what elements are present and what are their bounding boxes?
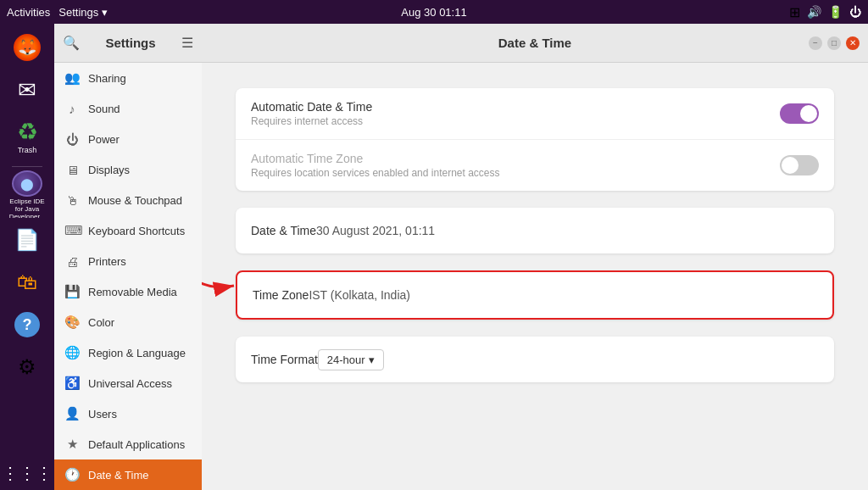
sound-tray-icon[interactable]: 🔊	[807, 5, 821, 19]
hamburger-button[interactable]: ☰	[181, 35, 193, 51]
time-format-value: 24-hour	[327, 354, 365, 366]
power-icon: ⏻	[64, 132, 80, 147]
mail-icon: ✉	[18, 79, 36, 101]
taskbar-app-mail[interactable]: ✉	[7, 70, 47, 110]
time-format-dropdown[interactable]: 24-hour ▾	[318, 349, 384, 370]
date-time-display-label: Date & Time	[251, 224, 316, 237]
taskbar-app-grid[interactable]: ⋮⋮⋮	[2, 463, 53, 483]
sidebar-label-default-applications: Default Applications	[88, 438, 185, 451]
auto-timezone-toggle[interactable]	[780, 155, 819, 175]
activities-button[interactable]: Activities	[7, 6, 50, 19]
documents-icon: 📄	[14, 228, 40, 252]
settings-content: Automatic Date & Time Requires internet …	[202, 63, 868, 490]
time-format-label: Time Format	[251, 353, 318, 366]
sidebar-label-displays: Displays	[88, 164, 130, 176]
maximize-button[interactable]: □	[827, 36, 841, 50]
time-format-dropdown-button[interactable]: 24-hour ▾	[318, 349, 384, 370]
sidebar-label-date-time: Date & Time	[88, 469, 149, 482]
topbar-right: ⊞ 🔊 🔋 ⏻	[789, 4, 861, 20]
settings-nav: 👥 Sharing ♪ Sound ⏻ Power 🖥 Displays 🖱 M…	[54, 63, 202, 490]
auto-timezone-sublabel: Requires location services enabled and i…	[251, 167, 780, 179]
settings-sidebar: 🔍 Settings ☰ 👥 Sharing ♪ Sound ⏻ Power 🖥…	[54, 24, 202, 490]
date-time-display-row: Date & Time 30 August 2021, 01:11	[236, 208, 834, 253]
timezone-value: IST (Kolkata, India)	[309, 288, 410, 302]
auto-settings-card: Automatic Date & Time Requires internet …	[236, 88, 834, 191]
timezone-card: Time Zone IST (Kolkata, India)	[236, 270, 834, 320]
power-tray-icon[interactable]: ⏻	[849, 5, 861, 19]
sidebar-item-mouse-touchpad[interactable]: 🖱 Mouse & Touchpad	[54, 185, 202, 215]
auto-date-time-row: Automatic Date & Time Requires internet …	[236, 88, 834, 140]
sidebar-item-date-time[interactable]: 🕐 Date & Time	[54, 459, 202, 490]
taskbar-app-firefox[interactable]: 🦊	[7, 27, 47, 68]
battery-tray-icon[interactable]: 🔋	[828, 5, 843, 19]
sidebar-item-color[interactable]: 🎨 Color	[54, 307, 202, 337]
displays-icon: 🖥	[64, 163, 80, 177]
timezone-row: Time Zone IST (Kolkata, India)	[237, 272, 832, 318]
window-title: Date & Time	[498, 36, 571, 50]
sidebar-label-removable-media: Removable Media	[88, 286, 177, 298]
help-icon: ?	[14, 312, 40, 337]
window-titlebar: Date & Time − □ ✕	[202, 24, 868, 63]
close-button[interactable]: ✕	[846, 36, 860, 50]
settings-header: 🔍 Settings ☰	[54, 24, 202, 63]
sidebar-item-default-applications[interactable]: ★ Default Applications	[54, 429, 202, 459]
search-button[interactable]: 🔍	[63, 35, 80, 51]
removable-media-icon: 💾	[64, 284, 80, 299]
sidebar-item-removable-media[interactable]: 💾 Removable Media	[54, 276, 202, 307]
app-grid-icon: ⋮⋮⋮	[2, 464, 53, 482]
main-area: 🦊 ✉ ♻ Trash ⬤ Eclipse IDE for Java Devel…	[0, 24, 868, 490]
sidebar-label-sound: Sound	[88, 103, 120, 115]
taskbar-app-settings[interactable]: ⚙	[7, 347, 47, 387]
sidebar-label-universal-access: Universal Access	[88, 377, 172, 390]
sidebar-label-keyboard-shortcuts: Keyboard Shortcuts	[88, 225, 185, 237]
sidebar-item-keyboard-shortcuts[interactable]: ⌨ Keyboard Shortcuts	[54, 215, 202, 246]
taskbar-app-trash[interactable]: ♻ Trash	[7, 112, 47, 163]
settings-panel-title: Settings	[86, 36, 175, 50]
sidebar-item-displays[interactable]: 🖥 Displays	[54, 154, 202, 185]
printers-icon: 🖨	[64, 254, 80, 269]
appstore-icon: 🛍	[17, 270, 37, 294]
taskbar: 🦊 ✉ ♻ Trash ⬤ Eclipse IDE for Java Devel…	[0, 24, 54, 490]
trash-label: Trash	[18, 146, 37, 154]
minimize-button[interactable]: −	[809, 36, 822, 50]
sharing-icon: 👥	[64, 70, 80, 86]
time-format-row: Time Format 24-hour ▾	[236, 337, 834, 382]
date-time-card: Date & Time 30 August 2021, 01:11	[236, 208, 834, 253]
users-icon: 👤	[64, 406, 80, 421]
topbar-datetime: Aug 30 01:11	[401, 6, 466, 19]
keyboard-icon: ⌨	[64, 223, 80, 238]
auto-date-time-label: Automatic Date & Time	[251, 100, 780, 114]
sidebar-item-region-language[interactable]: 🌐 Region & Language	[54, 337, 202, 368]
region-icon: 🌐	[64, 345, 80, 360]
sidebar-item-universal-access[interactable]: ♿ Universal Access	[54, 368, 202, 398]
sidebar-item-users[interactable]: 👤 Users	[54, 398, 202, 429]
sidebar-item-power[interactable]: ⏻ Power	[54, 124, 202, 154]
taskbar-divider-1	[12, 166, 42, 167]
auto-date-time-sublabel: Requires internet access	[251, 115, 780, 127]
universal-access-icon: ♿	[64, 376, 80, 391]
settings-icon: ⚙	[18, 355, 36, 379]
taskbar-app-eclipse[interactable]: ⬤ Eclipse IDE for Java Developer...	[7, 170, 47, 218]
auto-timezone-label: Automatic Time Zone	[251, 152, 780, 165]
grid-tray-icon[interactable]: ⊞	[789, 4, 800, 20]
timezone-card-wrapper: Time Zone IST (Kolkata, India)	[236, 270, 834, 320]
trash-icon: ♻	[17, 120, 38, 144]
taskbar-app-appstore[interactable]: 🛍	[7, 262, 47, 303]
sound-icon: ♪	[64, 102, 80, 116]
taskbar-app-help[interactable]: ?	[7, 304, 47, 345]
timezone-label: Time Zone	[253, 288, 309, 302]
sidebar-item-printers[interactable]: 🖨 Printers	[54, 246, 202, 276]
sidebar-label-mouse-touchpad: Mouse & Touchpad	[88, 194, 182, 207]
sidebar-item-sharing[interactable]: 👥 Sharing	[54, 63, 202, 93]
window-controls: − □ ✕	[809, 36, 860, 50]
sidebar-label-printers: Printers	[88, 255, 126, 268]
mouse-icon: 🖱	[64, 193, 80, 208]
sidebar-item-sound[interactable]: ♪ Sound	[54, 93, 202, 124]
settings-indicator[interactable]: Settings ▾	[58, 6, 108, 19]
auto-timezone-labels: Automatic Time Zone Requires location se…	[251, 152, 780, 179]
auto-date-time-toggle[interactable]	[780, 103, 819, 124]
date-time-icon: 🕐	[64, 467, 80, 482]
sidebar-label-users: Users	[88, 408, 117, 420]
taskbar-app-documents[interactable]: 📄	[7, 220, 47, 260]
eclipse-label: Eclipse IDE for Java Developer...	[7, 198, 47, 218]
